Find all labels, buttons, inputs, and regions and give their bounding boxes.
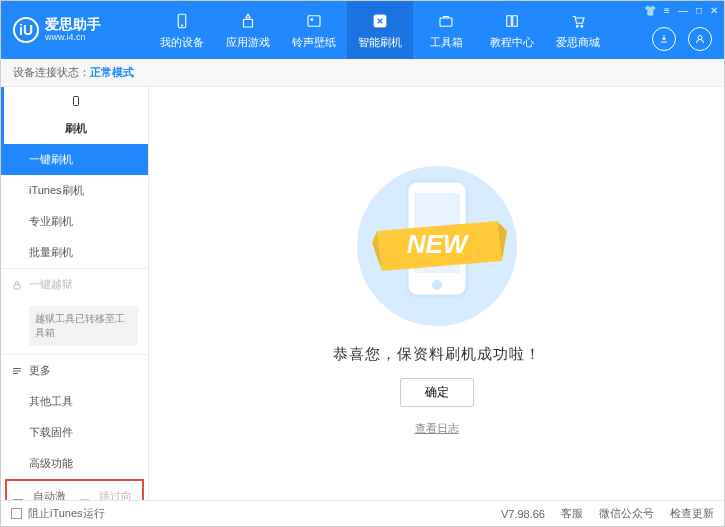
footer: 阻止iTunes运行 V7.98.66 客服 微信公众号 检查更新 bbox=[1, 500, 724, 526]
status-prefix: 设备连接状态： bbox=[13, 65, 90, 80]
flash-icon bbox=[370, 11, 390, 31]
sidebar-item-other-tools[interactable]: 其他工具 bbox=[1, 386, 148, 417]
book-icon bbox=[502, 11, 522, 31]
sidebar-flash-header[interactable]: 刷机 bbox=[1, 87, 148, 144]
sidebar-more-header[interactable]: 更多 bbox=[1, 355, 148, 386]
header-right-buttons bbox=[652, 27, 712, 51]
window-controls: 👕 ≡ — □ ✕ bbox=[644, 5, 718, 16]
sidebar-jailbreak-section: 一键越狱 越狱工具已转移至工具箱 bbox=[1, 269, 148, 355]
main-content: NEW 恭喜您，保资料刷机成功啦！ 确定 查看日志 bbox=[149, 87, 724, 500]
header: iU 爱思助手 www.i4.cn 我的设备 应用游戏 铃声壁纸 智能刷机 bbox=[1, 1, 724, 59]
nav-store[interactable]: 爱思商城 bbox=[545, 1, 611, 59]
success-illustration: NEW bbox=[327, 151, 547, 331]
version-label: V7.98.66 bbox=[501, 508, 545, 520]
cart-icon bbox=[568, 11, 588, 31]
svg-rect-2 bbox=[308, 15, 320, 26]
nav-label: 教程中心 bbox=[490, 35, 534, 50]
status-mode: 正常模式 bbox=[90, 65, 134, 80]
sidebar-item-pro-flash[interactable]: 专业刷机 bbox=[1, 206, 148, 237]
svg-point-6 bbox=[576, 25, 578, 27]
main-nav: 我的设备 应用游戏 铃声壁纸 智能刷机 工具箱 教程中心 bbox=[149, 1, 611, 59]
maximize-icon[interactable]: □ bbox=[696, 5, 702, 16]
user-button[interactable] bbox=[688, 27, 712, 51]
tshirt-icon[interactable]: 👕 bbox=[644, 5, 656, 16]
download-button[interactable] bbox=[652, 27, 676, 51]
sidebar-more-section: 更多 其他工具 下载固件 高级功能 bbox=[1, 355, 148, 479]
ok-button[interactable]: 确定 bbox=[400, 378, 474, 407]
footer-support[interactable]: 客服 bbox=[561, 506, 583, 521]
sidebar-jailbreak-header: 一键越狱 bbox=[1, 269, 148, 300]
nav-my-device[interactable]: 我的设备 bbox=[149, 1, 215, 59]
svg-point-8 bbox=[698, 36, 702, 40]
sidebar-options-box: 自动激活 跳过向导 bbox=[5, 479, 144, 500]
auto-activate-label: 自动激活 bbox=[33, 489, 70, 500]
new-banner-text: NEW bbox=[406, 229, 469, 259]
svg-rect-10 bbox=[14, 284, 20, 289]
sidebar-item-download-firmware[interactable]: 下载固件 bbox=[1, 417, 148, 448]
body: 刷机 一键刷机 iTunes刷机 专业刷机 批量刷机 一键越狱 越狱工具已转移至… bbox=[1, 87, 724, 500]
phone-icon bbox=[70, 95, 82, 107]
lock-icon bbox=[11, 279, 23, 291]
skip-guide-label: 跳过向导 bbox=[99, 489, 136, 500]
svg-rect-9 bbox=[74, 97, 79, 106]
minimize-icon[interactable]: — bbox=[678, 5, 688, 16]
nav-label: 工具箱 bbox=[430, 35, 463, 50]
block-itunes-checkbox[interactable] bbox=[11, 508, 22, 519]
success-message: 恭喜您，保资料刷机成功啦！ bbox=[333, 345, 541, 364]
status-bar: 设备连接状态： 正常模式 bbox=[1, 59, 724, 87]
nav-label: 爱思商城 bbox=[556, 35, 600, 50]
sidebar-flash-section: 刷机 一键刷机 iTunes刷机 专业刷机 批量刷机 bbox=[1, 87, 148, 269]
sidebar-header-label: 一键越狱 bbox=[29, 277, 73, 292]
footer-wechat[interactable]: 微信公众号 bbox=[599, 506, 654, 521]
nav-tutorials[interactable]: 教程中心 bbox=[479, 1, 545, 59]
app-url: www.i4.cn bbox=[45, 33, 101, 43]
svg-point-3 bbox=[311, 18, 313, 20]
menu-icon[interactable]: ≡ bbox=[664, 5, 670, 16]
sidebar-item-oneclick-flash[interactable]: 一键刷机 bbox=[1, 144, 148, 175]
logo-area: iU 爱思助手 www.i4.cn bbox=[1, 17, 149, 43]
nav-label: 铃声壁纸 bbox=[292, 35, 336, 50]
close-icon[interactable]: ✕ bbox=[710, 5, 718, 16]
logo-text: 爱思助手 www.i4.cn bbox=[45, 17, 101, 42]
nav-label: 智能刷机 bbox=[358, 35, 402, 50]
apps-icon bbox=[238, 11, 258, 31]
nav-toolbox[interactable]: 工具箱 bbox=[413, 1, 479, 59]
nav-apps[interactable]: 应用游戏 bbox=[215, 1, 281, 59]
view-log-link[interactable]: 查看日志 bbox=[415, 421, 459, 436]
block-itunes-label: 阻止iTunes运行 bbox=[28, 506, 105, 521]
sidebar-item-batch-flash[interactable]: 批量刷机 bbox=[1, 237, 148, 268]
sidebar-item-advanced[interactable]: 高级功能 bbox=[1, 448, 148, 479]
sidebar-header-label: 更多 bbox=[29, 363, 51, 378]
nav-ringtones[interactable]: 铃声壁纸 bbox=[281, 1, 347, 59]
logo-icon: iU bbox=[13, 17, 39, 43]
toolbox-icon bbox=[436, 11, 456, 31]
list-icon bbox=[11, 365, 23, 377]
app-title: 爱思助手 bbox=[45, 17, 101, 32]
nav-label: 应用游戏 bbox=[226, 35, 270, 50]
footer-check-update[interactable]: 检查更新 bbox=[670, 506, 714, 521]
sidebar-item-itunes-flash[interactable]: iTunes刷机 bbox=[1, 175, 148, 206]
sidebar-header-label: 刷机 bbox=[65, 121, 87, 136]
svg-point-7 bbox=[581, 25, 583, 27]
svg-rect-5 bbox=[440, 18, 452, 26]
image-icon bbox=[304, 11, 324, 31]
svg-point-15 bbox=[432, 280, 442, 290]
device-icon bbox=[172, 11, 192, 31]
nav-flash[interactable]: 智能刷机 bbox=[347, 1, 413, 59]
app-window: iU 爱思助手 www.i4.cn 我的设备 应用游戏 铃声壁纸 智能刷机 bbox=[0, 0, 725, 527]
sidebar: 刷机 一键刷机 iTunes刷机 专业刷机 批量刷机 一键越狱 越狱工具已转移至… bbox=[1, 87, 149, 500]
jailbreak-note: 越狱工具已转移至工具箱 bbox=[29, 306, 138, 346]
nav-label: 我的设备 bbox=[160, 35, 204, 50]
svg-point-1 bbox=[181, 24, 183, 26]
